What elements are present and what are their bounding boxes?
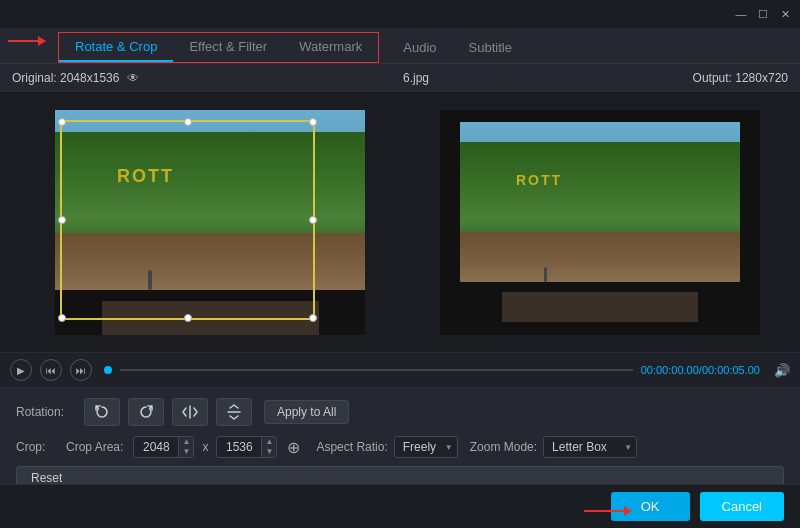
title-bar: — ☐ ✕ <box>0 0 800 28</box>
tab-subtitle[interactable]: Subtitle <box>453 34 528 63</box>
crop-width-input[interactable]: ▲ ▼ <box>133 436 194 458</box>
handle-bot-left[interactable] <box>58 314 66 322</box>
zoom-mode-select[interactable]: Letter Box Pan & Scan Full <box>543 436 637 458</box>
rotation-label: Rotation: <box>16 405 76 419</box>
eye-icon[interactable]: 👁 <box>127 71 139 85</box>
info-bar: Original: 2048x1536 👁 6.jpg Output: 1280… <box>0 64 800 92</box>
bottom-bar: OK Cancel <box>0 484 800 528</box>
original-resolution: Original: 2048x1536 <box>12 71 119 85</box>
crop-height-field[interactable] <box>217 437 261 457</box>
output-resolution: Output: 1280x720 <box>693 71 788 85</box>
apply-all-button[interactable]: Apply to All <box>264 400 349 424</box>
flip-horizontal-button[interactable] <box>172 398 208 426</box>
crosshair-icon[interactable]: ⊕ <box>283 438 304 457</box>
timeline-playhead[interactable] <box>104 366 112 374</box>
left-preview[interactable]: ROTT <box>40 102 380 342</box>
timeline-time: 00:00:00.00/00:00:05.00 <box>641 364 760 376</box>
width-increment[interactable]: ▲ <box>179 437 193 447</box>
height-decrement[interactable]: ▼ <box>262 447 276 457</box>
timeline-track[interactable] <box>120 369 633 371</box>
handle-mid-left[interactable] <box>58 216 66 224</box>
tab-effect-filter[interactable]: Effect & Filter <box>173 33 283 62</box>
cancel-button[interactable]: Cancel <box>700 492 784 521</box>
prev-frame-button[interactable]: ⏮ <box>40 359 62 381</box>
crop-row: Crop: Crop Area: ▲ ▼ x ▲ ▼ ⊕ Aspect Rati… <box>16 436 784 458</box>
zoom-mode-label: Zoom Mode: <box>470 440 537 454</box>
rotate-right-button[interactable] <box>128 398 164 426</box>
handle-top-left[interactable] <box>58 118 66 126</box>
timeline-bar: ▶ ⏮ ⏭ 00:00:00.00/00:00:05.00 🔊 <box>0 352 800 388</box>
aspect-ratio-label: Aspect Ratio: <box>316 440 387 454</box>
zoom-mode-select-wrap[interactable]: Letter Box Pan & Scan Full <box>543 436 637 458</box>
play-button[interactable]: ▶ <box>10 359 32 381</box>
width-decrement[interactable]: ▼ <box>179 447 193 457</box>
crop-label: Crop: <box>16 440 56 454</box>
tab-rotate-crop[interactable]: Rotate & Crop <box>59 33 173 62</box>
aspect-ratio-select-wrap[interactable]: Freely 16:9 4:3 1:1 9:16 <box>394 436 458 458</box>
crop-overlay[interactable] <box>60 120 315 320</box>
height-increment[interactable]: ▲ <box>262 437 276 447</box>
handle-mid-right[interactable] <box>309 216 317 224</box>
minimize-button[interactable]: — <box>734 7 748 21</box>
handle-bot-right[interactable] <box>309 314 317 322</box>
volume-icon[interactable]: 🔊 <box>774 363 790 378</box>
filename: 6.jpg <box>403 71 429 85</box>
handle-top-mid[interactable] <box>184 118 192 126</box>
handle-bot-mid[interactable] <box>184 314 192 322</box>
preview-area: ROTT <box>0 92 800 352</box>
rotation-row: Rotation: Apply to All <box>16 398 784 426</box>
tab-bar: Rotate & Crop Effect & Filter Watermark … <box>0 28 800 64</box>
x-separator: x <box>200 440 210 454</box>
restore-button[interactable]: ☐ <box>756 7 770 21</box>
crop-height-input[interactable]: ▲ ▼ <box>216 436 277 458</box>
rotate-left-button[interactable] <box>84 398 120 426</box>
right-preview: ROTT <box>440 110 760 335</box>
handle-top-right[interactable] <box>309 118 317 126</box>
next-frame-button[interactable]: ⏭ <box>70 359 92 381</box>
tab-audio[interactable]: Audio <box>387 34 452 63</box>
flip-vertical-button[interactable] <box>216 398 252 426</box>
tab-watermark[interactable]: Watermark <box>283 33 378 62</box>
close-button[interactable]: ✕ <box>778 7 792 21</box>
crop-area-label: Crop Area: <box>66 440 123 454</box>
crop-width-field[interactable] <box>134 437 178 457</box>
aspect-ratio-select[interactable]: Freely 16:9 4:3 1:1 9:16 <box>394 436 458 458</box>
